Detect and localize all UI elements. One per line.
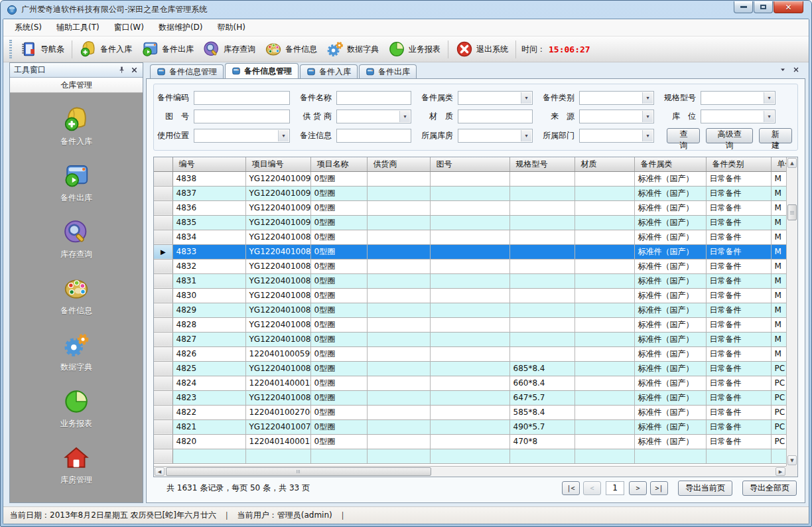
row-selector[interactable]: ▶: [154, 244, 172, 259]
sidebar-group-title[interactable]: 仓库管理: [10, 78, 143, 93]
toolbar-button-parts-out[interactable]: 备件出库: [137, 38, 198, 60]
row-selector[interactable]: [154, 259, 172, 273]
part-class-select[interactable]: ▾: [579, 91, 654, 105]
page-number-input[interactable]: [606, 481, 624, 495]
row-selector[interactable]: [154, 390, 172, 405]
column-header-8[interactable]: 备件类别: [706, 157, 771, 171]
row-selector[interactable]: [154, 434, 172, 449]
sidebar-item-data-dict[interactable]: 数据字典: [60, 332, 92, 373]
column-header-0[interactable]: 编号: [172, 157, 245, 171]
table-row[interactable]: 4821YG122040100790型圈490*5.7标准件（国产）日常备件PC: [154, 419, 786, 434]
toolbar-button-parts-info[interactable]: 备件信息: [260, 38, 322, 60]
row-selector[interactable]: [154, 230, 172, 244]
menu-item-4[interactable]: 帮助(H): [210, 19, 253, 36]
toolbar-button-navbar[interactable]: 导航条: [15, 38, 69, 60]
column-header-5[interactable]: 规格型号: [509, 157, 575, 171]
table-row-partial[interactable]: [154, 449, 786, 463]
toolbar-button-exit[interactable]: 退出系统: [451, 38, 513, 60]
row-selector-header[interactable]: [154, 157, 172, 171]
sidebar-item-parts-out[interactable]: 备件出库: [60, 163, 92, 204]
table-row[interactable]: 4830YG122040100850型圈标准件（国产）日常备件M: [154, 288, 786, 303]
part-category-select[interactable]: ▾: [458, 91, 533, 105]
drawing-no-input[interactable]: [194, 110, 290, 123]
horizontal-scroll-thumb[interactable]: [166, 467, 431, 476]
tab-3[interactable]: 备件出库: [359, 64, 417, 78]
table-row[interactable]: 482212204010027000型圈585*8.4标准件（国产）日常备件PC: [154, 405, 786, 419]
row-selector[interactable]: [154, 303, 172, 317]
table-row[interactable]: 4825YG122040100810型圈685*8.4标准件（国产）日常备件PC: [154, 361, 786, 376]
sidebar-item-warehouse[interactable]: 库房管理: [60, 445, 92, 486]
table-row[interactable]: 482612204010005990型圈标准件（国产）日常备件M: [154, 346, 786, 361]
part-name-input[interactable]: [336, 91, 411, 105]
tab-close-icon[interactable]: [792, 66, 800, 74]
table-row[interactable]: 482412204014000120型圈660*8.4标准件（国产）日常备件PC: [154, 376, 786, 390]
remark-input[interactable]: [336, 129, 411, 143]
table-row[interactable]: 4831YG122040100860型圈标准件（国产）日常备件M: [154, 273, 786, 288]
table-row[interactable]: 4835YG122040100900型圈标准件（国产）日常备件M: [154, 215, 786, 230]
table-row[interactable]: 4832YG122040100870型圈标准件（国产）日常备件M: [154, 259, 786, 273]
vertical-scrollbar[interactable]: ▲ ▼: [786, 157, 797, 466]
advanced-query-button[interactable]: 高级查询: [706, 128, 753, 143]
prev-page-button[interactable]: <: [583, 481, 601, 495]
row-selector[interactable]: [154, 273, 172, 288]
supplier-select[interactable]: ▾: [336, 110, 411, 123]
sidebar-item-report[interactable]: 业务报表: [60, 388, 92, 429]
row-selector[interactable]: [154, 317, 172, 332]
table-row[interactable]: 4823YG122040100800型圈647*5.7标准件（国产）日常备件PC: [154, 390, 786, 405]
sidebar-item-parts-in[interactable]: 备件入库: [60, 106, 92, 147]
department-select[interactable]: ▾: [579, 129, 654, 143]
column-header-2[interactable]: 项目名称: [310, 157, 367, 171]
toolbar-button-data-dict[interactable]: 数据字典: [322, 38, 383, 60]
row-selector[interactable]: [154, 346, 172, 361]
new-button[interactable]: 新建: [759, 128, 792, 143]
row-selector[interactable]: [154, 200, 172, 215]
scroll-up-arrow-icon[interactable]: ▲: [787, 158, 797, 168]
column-header-4[interactable]: 图号: [430, 157, 509, 171]
table-row[interactable]: 4829YG122040100840型圈标准件（国产）日常备件M: [154, 303, 786, 317]
maximize-button[interactable]: [754, 1, 773, 13]
tab-2[interactable]: 备件入库: [300, 64, 358, 78]
last-page-button[interactable]: >|: [650, 481, 668, 495]
minimize-button[interactable]: [734, 1, 753, 13]
usage-position-select[interactable]: ▾: [194, 129, 290, 143]
material-input[interactable]: [458, 110, 533, 123]
panel-close-icon[interactable]: [130, 66, 139, 74]
column-header-7[interactable]: 备件属类: [634, 157, 706, 171]
scroll-right-arrow-icon[interactable]: ▶: [776, 467, 785, 476]
export-all-pages-button[interactable]: 导出全部页: [742, 481, 797, 496]
row-selector[interactable]: [154, 332, 172, 346]
menu-item-3[interactable]: 数据维护(D): [151, 19, 210, 36]
row-selector[interactable]: [154, 186, 172, 200]
table-row-selected[interactable]: ▶4833YG122040100880型圈标准件（国产）日常备件M: [154, 244, 786, 259]
sidebar-item-parts-info[interactable]: 备件信息: [60, 275, 92, 317]
pin-icon[interactable]: [117, 66, 126, 74]
part-code-input[interactable]: [194, 91, 290, 105]
toolbar-button-stock-query[interactable]: 库存查询: [198, 38, 260, 60]
source-select[interactable]: ▾: [579, 110, 654, 123]
row-selector[interactable]: [154, 171, 172, 186]
row-selector[interactable]: [154, 405, 172, 419]
table-row[interactable]: 4838YG122040100930型圈标准件（国产）日常备件M: [154, 171, 786, 186]
spec-model-select[interactable]: ▾: [701, 91, 776, 105]
export-current-page-button[interactable]: 导出当前页: [678, 481, 732, 496]
row-selector[interactable]: [154, 288, 172, 303]
first-page-button[interactable]: |<: [562, 481, 580, 495]
table-row[interactable]: 4837YG122040100920型圈标准件（国产）日常备件M: [154, 186, 786, 200]
scroll-left-arrow-icon[interactable]: ◀: [155, 467, 165, 476]
row-selector[interactable]: [154, 215, 172, 230]
scroll-down-arrow-icon[interactable]: ▼: [787, 455, 797, 465]
table-row[interactable]: 4836YG122040100910型圈标准件（国产）日常备件M: [154, 200, 786, 215]
tab-0[interactable]: 备件信息管理: [150, 64, 224, 78]
column-header-1[interactable]: 项目编号: [245, 157, 310, 171]
table-row[interactable]: 4828YG122040100830型圈标准件（国产）日常备件M: [154, 317, 786, 332]
storage-bin-select[interactable]: ▾: [701, 110, 776, 123]
menu-item-1[interactable]: 辅助工具(T): [49, 19, 107, 36]
column-header-9[interactable]: 单位: [771, 157, 786, 171]
sidebar-item-stock-query[interactable]: 库存查询: [60, 219, 92, 260]
tab-list-chevron-down-icon[interactable]: [779, 66, 787, 74]
warehouse-select[interactable]: ▾: [458, 129, 533, 143]
column-header-6[interactable]: 材质: [575, 157, 634, 171]
row-selector[interactable]: [154, 449, 172, 463]
row-selector[interactable]: [154, 376, 172, 390]
close-button[interactable]: ✕: [774, 1, 803, 13]
